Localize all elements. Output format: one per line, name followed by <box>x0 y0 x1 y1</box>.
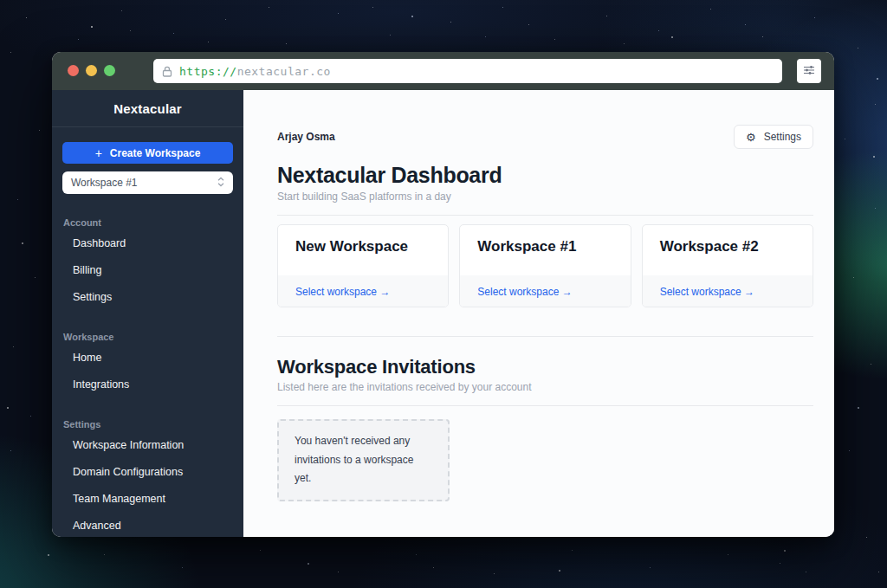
browser-menu-button[interactable] <box>797 59 821 83</box>
workspace-card-1: Workspace #1 Select workspace → <box>459 224 631 307</box>
workspace-card-title: Workspace #2 <box>643 225 813 275</box>
sidebar-item-workspace-information[interactable]: Workspace Information <box>62 434 233 456</box>
page-title: Nextacular Dashboard <box>277 163 813 188</box>
nav-section-label: Account <box>62 217 233 228</box>
url-host: nextacular.co <box>237 65 331 78</box>
maximize-window-icon[interactable] <box>104 65 115 76</box>
workspace-select-value: Workspace #1 <box>71 177 137 189</box>
select-workspace-link[interactable]: Select workspace → <box>295 286 390 298</box>
workspace-cards: New Workspace Select workspace → Workspa… <box>277 224 813 307</box>
gear-icon: ⚙ <box>746 132 756 143</box>
sidebar-body: + Create Workspace Workspace #1 Account … <box>52 127 243 537</box>
workspace-card-title: New Workspace <box>278 225 448 275</box>
workspace-card-title: Workspace #1 <box>460 225 630 275</box>
sidebar: Nextacular + Create Workspace Workspace … <box>52 90 243 537</box>
sidebar-item-dashboard[interactable]: Dashboard <box>62 232 233 255</box>
workspace-card-footer: Select workspace → <box>278 275 448 307</box>
nav-section-label: Workspace <box>62 332 233 342</box>
sidebar-item-billing[interactable]: Billing <box>62 259 233 281</box>
settings-button-label: Settings <box>764 131 801 143</box>
sidebar-item-settings[interactable]: Settings <box>62 286 233 308</box>
invitations-empty-state: You haven't received any invitations to … <box>277 419 450 501</box>
browser-window: https://nextacular.co Nextacular + Creat… <box>52 52 834 537</box>
invitations-subtitle: Listed here are the invitations received… <box>277 381 813 393</box>
divider <box>277 336 813 337</box>
workspace-card-new: New Workspace Select workspace → <box>277 224 449 307</box>
workspace-card-footer: Select workspace → <box>460 275 630 307</box>
create-workspace-button[interactable]: + Create Workspace <box>62 142 233 164</box>
sidebar-item-advanced[interactable]: Advanced <box>62 514 233 537</box>
select-chevron-icon <box>217 177 224 190</box>
divider <box>277 405 813 406</box>
settings-button[interactable]: ⚙ Settings <box>734 125 813 149</box>
url-scheme: https:// <box>179 65 237 78</box>
nav-group-settings: Settings Workspace Information Domain Co… <box>62 419 233 537</box>
workspace-select[interactable]: Workspace #1 <box>62 171 233 194</box>
traffic-lights <box>68 65 115 76</box>
plus-icon: + <box>95 147 102 159</box>
starfield-bright <box>0 0 2 2</box>
close-window-icon[interactable] <box>68 65 79 76</box>
main-content: Arjay Osma ⚙ Settings Nextacular Dashboa… <box>243 90 834 537</box>
browser-titlebar: https://nextacular.co <box>52 52 834 90</box>
sidebar-item-domain-configurations[interactable]: Domain Configurations <box>62 461 233 483</box>
sidebar-item-integrations[interactable]: Integrations <box>62 373 233 396</box>
sliders-icon <box>803 65 815 78</box>
nav-group-account: Account Dashboard Billing Settings <box>62 217 233 308</box>
page-subtitle: Start building SaaS platforms in a day <box>277 191 813 203</box>
address-bar[interactable]: https://nextacular.co <box>153 59 782 83</box>
app-frame: Nextacular + Create Workspace Workspace … <box>52 90 834 537</box>
sidebar-item-team-management[interactable]: Team Management <box>62 488 233 510</box>
sidebar-item-home[interactable]: Home <box>62 346 233 369</box>
user-name: Arjay Osma <box>277 131 335 143</box>
create-workspace-label: Create Workspace <box>110 147 201 159</box>
invitations-title: Workspace Invitations <box>277 356 813 378</box>
select-workspace-link[interactable]: Select workspace → <box>660 286 754 298</box>
main-header: Arjay Osma ⚙ Settings <box>277 125 813 149</box>
minimize-window-icon[interactable] <box>86 65 97 76</box>
nav-group-workspace: Workspace Home Integrations <box>62 332 233 396</box>
workspace-card-footer: Select workspace → <box>643 275 813 307</box>
sidebar-nav: Account Dashboard Billing Settings Works… <box>62 217 233 537</box>
nav-section-label: Settings <box>62 419 233 430</box>
brand-logo: Nextacular <box>52 90 243 127</box>
lock-icon <box>162 66 172 77</box>
workspace-card-2: Workspace #2 Select workspace → <box>642 224 813 307</box>
select-workspace-link[interactable]: Select workspace → <box>477 286 572 298</box>
divider <box>277 215 813 216</box>
